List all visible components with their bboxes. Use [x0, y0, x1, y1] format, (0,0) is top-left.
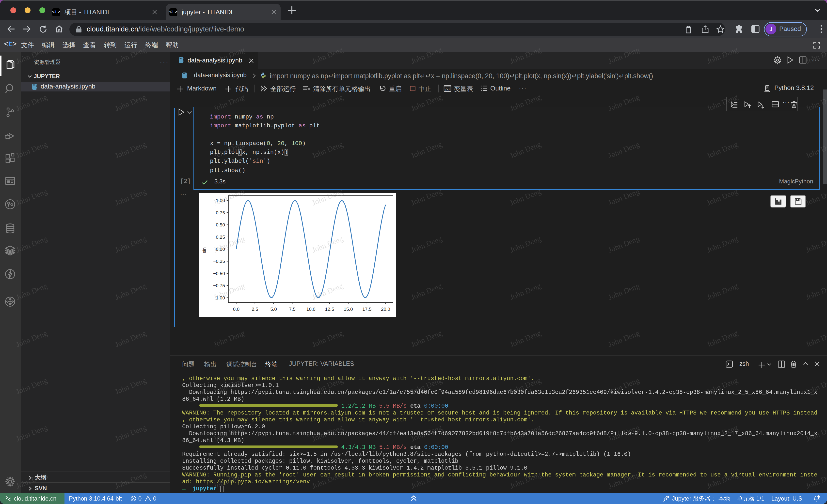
svg-text:17.5: 17.5 — [362, 307, 372, 312]
svg-text:(x): (x) — [445, 87, 450, 92]
svg-text:−0.75: −0.75 — [213, 283, 225, 288]
svg-text:0.25: 0.25 — [215, 234, 225, 240]
svg-text:10.0: 10.0 — [306, 307, 315, 312]
svg-text:sin: sin — [201, 247, 206, 254]
svg-text:−0.25: −0.25 — [213, 259, 225, 264]
svg-text:0.0: 0.0 — [233, 307, 239, 312]
svg-text:15.0: 15.0 — [344, 307, 353, 312]
svg-text:0.50: 0.50 — [215, 223, 225, 228]
svg-text:12.5: 12.5 — [325, 307, 334, 312]
svg-text:1.00: 1.00 — [215, 198, 225, 203]
svg-text:−0.50: −0.50 — [213, 271, 225, 276]
svg-text:2.5: 2.5 — [251, 307, 258, 312]
svg-text:20.0: 20.0 — [381, 307, 390, 312]
svg-text:−1.00: −1.00 — [213, 295, 225, 300]
svg-text:0.75: 0.75 — [215, 210, 225, 215]
svg-text:5.0: 5.0 — [270, 307, 277, 312]
svg-text:0.00: 0.00 — [215, 247, 225, 252]
svg-text:7.5: 7.5 — [289, 307, 295, 312]
